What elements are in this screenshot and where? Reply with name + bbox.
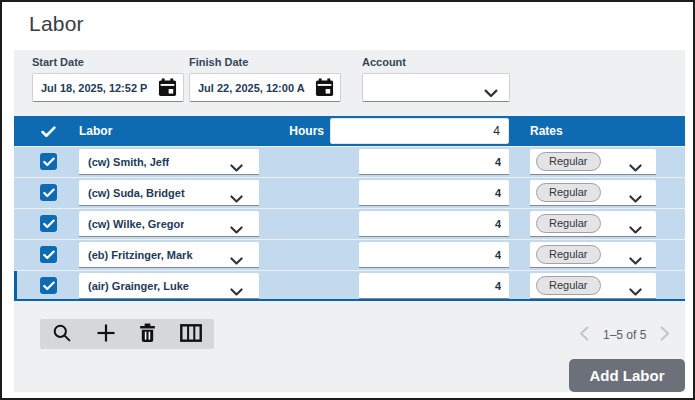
labor-window: Labor Start Date Jul 18, 2025, 12:52 P <box>0 0 695 400</box>
finish-date-label: Finish Date <box>189 56 341 68</box>
column-header-hours: Hours <box>254 124 324 138</box>
start-date-value: Jul 18, 2025, 12:52 P <box>33 82 147 94</box>
table-header: Labor Hours Rates <box>14 116 685 146</box>
chevron-down-icon <box>230 282 243 300</box>
table-row: (cw) Wilke, Gregor Regular <box>14 209 685 239</box>
next-page-button[interactable] <box>660 326 670 344</box>
columns-button[interactable] <box>178 322 204 347</box>
rates-select[interactable]: Regular <box>530 211 656 237</box>
finish-date-field: Finish Date Jul 22, 2025, 12:00 A <box>189 56 341 102</box>
columns-icon <box>180 324 202 345</box>
labor-select[interactable]: (eb) Fritzinger, Mark <box>79 242 259 268</box>
labor-select[interactable]: (cw) Wilke, Gregor <box>79 211 259 237</box>
labor-select-value: (cw) Wilke, Gregor <box>79 218 184 230</box>
hours-input[interactable] <box>359 242 509 268</box>
delete-row-button[interactable] <box>137 321 158 348</box>
row-checkbox[interactable] <box>40 184 57 201</box>
labor-select-value: (eb) Fritzinger, Mark <box>79 249 193 261</box>
hours-input[interactable] <box>359 211 509 237</box>
select-all-checkbox[interactable] <box>41 124 56 142</box>
rates-select[interactable]: Regular <box>530 180 656 206</box>
chevron-down-icon <box>629 220 642 238</box>
finish-date-value: Jul 22, 2025, 12:00 A <box>190 82 305 94</box>
rate-pill: Regular <box>536 152 601 171</box>
rate-pill: Regular <box>536 276 601 295</box>
calendar-icon[interactable] <box>158 78 177 101</box>
calendar-icon[interactable] <box>315 78 334 101</box>
table-row: (eb) Fritzinger, Mark Regular <box>14 240 685 270</box>
table-row: (cw) Smith, Jeff Regular <box>14 147 685 177</box>
rate-pill: Regular <box>536 245 601 264</box>
account-field: Account <box>362 56 510 102</box>
labor-select[interactable]: (cw) Suda, Bridget <box>79 180 259 206</box>
start-date-field: Start Date Jul 18, 2025, 12:52 P <box>32 56 184 102</box>
row-checkbox[interactable] <box>40 246 57 263</box>
chevron-down-icon <box>629 189 642 207</box>
start-date-input[interactable]: Jul 18, 2025, 12:52 P <box>32 73 184 102</box>
pagination: 1–5 of 5 <box>579 326 670 344</box>
labor-select-value: (cw) Smith, Jeff <box>79 156 169 168</box>
hours-input[interactable] <box>359 273 509 299</box>
column-header-rates: Rates <box>530 124 563 138</box>
account-select[interactable] <box>362 73 510 102</box>
page-title: Labor <box>29 12 84 36</box>
rates-select[interactable]: Regular <box>530 149 656 175</box>
finish-date-input[interactable]: Jul 22, 2025, 12:00 A <box>189 73 341 102</box>
start-date-label: Start Date <box>32 56 184 68</box>
labor-select-value: (cw) Suda, Bridget <box>79 187 185 199</box>
labor-panel: Start Date Jul 18, 2025, 12:52 P Finish … <box>14 50 685 392</box>
chevron-down-icon <box>230 220 243 238</box>
prev-page-button[interactable] <box>579 326 589 344</box>
chevron-down-icon <box>230 158 243 176</box>
row-checkbox[interactable] <box>40 153 57 170</box>
hours-input[interactable] <box>359 180 509 206</box>
hours-all-input[interactable] <box>330 118 509 144</box>
labor-rows: (cw) Smith, Jeff Regular <box>14 147 685 302</box>
hours-input[interactable] <box>359 149 509 175</box>
table-row: (air) Grainger, Luke Regular <box>14 271 685 301</box>
chevron-right-icon <box>660 326 670 344</box>
labor-select[interactable]: (air) Grainger, Luke <box>79 273 259 299</box>
chevron-down-icon <box>230 251 243 269</box>
rate-pill: Regular <box>536 214 601 233</box>
chevron-down-icon <box>629 282 642 300</box>
account-label: Account <box>362 56 510 68</box>
row-checkbox[interactable] <box>40 215 57 232</box>
column-header-labor: Labor <box>79 124 112 138</box>
plus-icon <box>96 323 116 346</box>
chevron-down-icon <box>484 84 498 102</box>
rates-select[interactable]: Regular <box>530 242 656 268</box>
add-labor-button[interactable]: Add Labor <box>569 359 685 392</box>
chevron-down-icon <box>629 158 642 176</box>
row-checkbox[interactable] <box>40 277 57 294</box>
table-toolbar <box>40 319 214 349</box>
chevron-down-icon <box>629 251 642 269</box>
labor-select-value: (air) Grainger, Luke <box>79 280 189 292</box>
search-button[interactable] <box>50 321 74 348</box>
search-icon <box>52 323 72 346</box>
rates-select[interactable]: Regular <box>530 273 656 299</box>
page-range-label: 1–5 of 5 <box>603 328 646 342</box>
trash-icon <box>139 323 156 346</box>
rate-pill: Regular <box>536 183 601 202</box>
add-row-button[interactable] <box>94 321 118 348</box>
chevron-down-icon <box>230 189 243 207</box>
chevron-left-icon <box>579 326 589 344</box>
table-row: (cw) Suda, Bridget Regular <box>14 178 685 208</box>
labor-select[interactable]: (cw) Smith, Jeff <box>79 149 259 175</box>
